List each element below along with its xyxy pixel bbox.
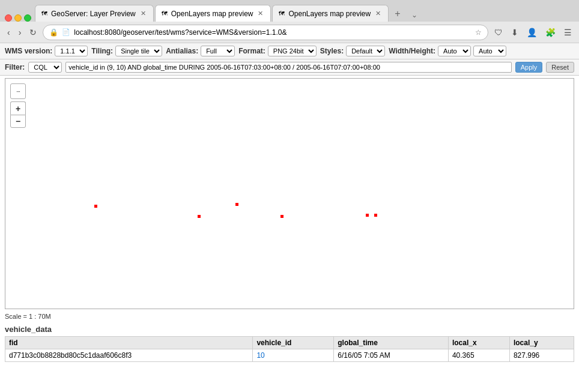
col-fid: fid — [5, 337, 253, 349]
shield-icon[interactable]: 🛡 — [492, 26, 505, 38]
pan-tool-icon: ··· — [16, 88, 20, 95]
close-window-btn[interactable] — [5, 14, 12, 22]
tiling-label: Tiling: — [91, 47, 113, 55]
data-table: fid vehicle_id global_time local_x local… — [5, 336, 574, 362]
wms-version-select[interactable]: 1.1.1 1.3.0 — [55, 46, 88, 56]
wms-version-group: WMS version: 1.1.1 1.3.0 — [5, 46, 88, 56]
layer-name: vehicle_data — [5, 322, 574, 336]
reset-button[interactable]: Reset — [546, 62, 574, 73]
map-dot-2 — [198, 215, 201, 218]
width-select[interactable]: Auto 256 512 1024 — [438, 46, 471, 56]
format-select[interactable]: PNG 24bit PNG 8bit JPEG GIF — [268, 46, 317, 56]
cell-global-time: 6/16/05 7:05 AM — [334, 349, 449, 362]
zoom-controls: + − — [10, 101, 26, 128]
data-section: vehicle_data fid vehicle_id global_time … — [0, 322, 579, 367]
maximize-window-btn[interactable] — [24, 14, 31, 22]
address-page-icon: 📄 — [62, 28, 70, 36]
col-vehicle-id: vehicle_id — [253, 337, 334, 349]
styles-select[interactable]: Default — [346, 46, 385, 56]
cell-local-x: 40.365 — [448, 349, 509, 362]
cell-local-y: 827.996 — [509, 349, 574, 362]
map-dot-5 — [366, 214, 369, 217]
address-bar[interactable]: 🔒 📄 localhost:8080/geoserver/test/wms?se… — [43, 25, 488, 40]
security-icon: 🔒 — [49, 28, 58, 37]
page-content: WMS version: 1.1.1 1.3.0 Tiling: Single … — [0, 43, 579, 392]
address-bar-actions: 🛡 ⬇ 👤 🧩 ☰ — [492, 26, 574, 38]
tab-icon-3: 🗺 — [279, 10, 285, 17]
forward-button[interactable]: › — [16, 26, 24, 38]
widthheight-group: Width/Height: Auto 256 512 1024 Auto 256… — [389, 46, 506, 56]
tab-icon-2: 🗺 — [162, 10, 168, 17]
tab-close-2[interactable]: ✕ — [256, 9, 264, 18]
cell-vehicle-id[interactable]: 10 — [253, 349, 334, 362]
profile-icon[interactable]: 👤 — [524, 26, 539, 38]
format-group: Format: PNG 24bit PNG 8bit JPEG GIF — [238, 46, 317, 56]
col-global-time: global_time — [334, 337, 449, 349]
new-tab-button[interactable]: + — [390, 6, 405, 22]
minimize-window-btn[interactable] — [14, 14, 22, 22]
browser-frame: 🗺 GeoServer: Layer Preview ✕ 🗺 OpenLayer… — [0, 0, 579, 392]
tab-close-1[interactable]: ✕ — [139, 9, 147, 18]
filter-input[interactable]: vehicle_id in (9, 10) AND global_time DU… — [65, 62, 511, 73]
antialias-group: Antialias: Full None Text — [166, 46, 235, 56]
scale-text: Scale = 1 : 70M — [5, 313, 51, 320]
extensions-icon[interactable]: 🧩 — [543, 26, 558, 38]
tab-label-2: OpenLayers map preview — [171, 10, 253, 18]
cell-fid: d771b3c0b8828bd80c5c1daaf606c8f3 — [5, 349, 253, 362]
map-area[interactable]: ··· + − — [5, 78, 574, 309]
height-select[interactable]: Auto 256 512 1024 — [473, 46, 506, 56]
tab-openlayers-2[interactable]: 🗺 OpenLayers map preview ✕ — [272, 5, 389, 22]
address-input[interactable]: localhost:8080/geoserver/test/wms?servic… — [74, 28, 471, 37]
widthheight-label: Width/Height: — [389, 47, 435, 55]
wms-version-label: WMS version: — [5, 47, 52, 55]
tab-icon-1: 🗺 — [41, 10, 47, 17]
download-icon[interactable]: ⬇ — [509, 26, 521, 38]
col-local-x: local_x — [448, 337, 509, 349]
table-header-row: fid vehicle_id global_time local_x local… — [5, 337, 574, 349]
styles-label: Styles: — [320, 47, 344, 55]
apply-button[interactable]: Apply — [515, 62, 543, 73]
zoom-in-button[interactable]: + — [10, 101, 26, 115]
scale-bar: Scale = 1 : 70M — [0, 312, 579, 322]
format-label: Format: — [238, 47, 265, 55]
tab-bar: 🗺 GeoServer: Layer Preview ✕ 🗺 OpenLayer… — [0, 0, 579, 22]
map-dot-6 — [374, 214, 377, 217]
col-local-y: local_y — [509, 337, 574, 349]
bookmark-icon[interactable]: ☆ — [475, 28, 482, 37]
tab-close-3[interactable]: ✕ — [374, 9, 382, 18]
zoom-out-button[interactable]: − — [10, 115, 26, 128]
wms-toolbar: WMS version: 1.1.1 1.3.0 Tiling: Single … — [0, 43, 579, 59]
filter-bar: Filter: CQL OGC vehicle_id in (9, 10) AN… — [0, 59, 579, 76]
back-button[interactable]: ‹ — [5, 26, 13, 38]
tab-overflow-button[interactable]: ⌄ — [407, 8, 422, 22]
table-row: d771b3c0b8828bd80c5c1daaf606c8f3 10 6/16… — [5, 349, 574, 362]
reload-button[interactable]: ↻ — [27, 26, 39, 38]
filter-label: Filter: — [5, 63, 25, 71]
map-dot-4 — [280, 215, 283, 218]
map-toolbar: ··· + − — [10, 83, 26, 128]
map-canvas: ··· + − — [5, 79, 574, 309]
tab-layer-preview[interactable]: 🗺 GeoServer: Layer Preview ✕ — [35, 5, 154, 22]
antialias-label: Antialias: — [166, 47, 198, 55]
styles-group: Styles: Default — [320, 46, 385, 56]
tiling-select[interactable]: Single tile Tiled — [115, 46, 162, 56]
tiling-group: Tiling: Single tile Tiled — [91, 46, 162, 56]
antialias-select[interactable]: Full None Text — [201, 46, 235, 56]
address-bar-row: ‹ › ↻ 🔒 📄 localhost:8080/geoserver/test/… — [0, 22, 579, 43]
map-dot-3 — [235, 203, 238, 206]
filter-type-select[interactable]: CQL OGC — [28, 62, 62, 73]
tab-label-1: GeoServer: Layer Preview — [51, 10, 136, 18]
pan-tool-button[interactable]: ··· — [10, 83, 26, 99]
tab-label-3: OpenLayers map preview — [288, 10, 371, 18]
tab-openlayers-1[interactable]: 🗺 OpenLayers map preview ✕ — [155, 5, 271, 22]
map-dot-1 — [94, 205, 97, 208]
menu-icon[interactable]: ☰ — [562, 26, 574, 38]
